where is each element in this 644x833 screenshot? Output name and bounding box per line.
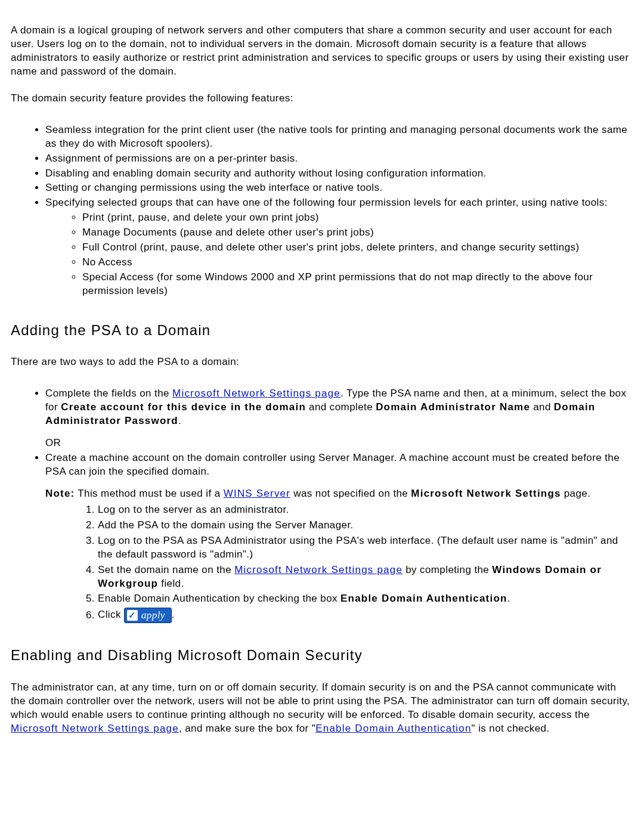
text: Complete the fields on the <box>45 388 172 399</box>
link-enable-domain-auth[interactable]: Enable Domain Authentication <box>315 723 471 734</box>
text: and <box>530 401 554 413</box>
intro-paragraph-1: A domain is a logical grouping of networ… <box>11 24 633 79</box>
heading-enabling-disabling: Enabling and Disabling Microsoft Domain … <box>11 646 633 665</box>
text: Click <box>98 609 124 621</box>
list-item: Full Control (print, pause, and delete o… <box>82 241 633 255</box>
list-item: Specifying selected groups that can have… <box>45 196 633 298</box>
list-item: Set the domain name on the Microsoft Net… <box>98 563 633 591</box>
bold-text: Domain Administrator Name <box>376 401 530 413</box>
list-item-text: Specifying selected groups that can have… <box>45 197 608 208</box>
list-item: Assignment of permissions are on a per-p… <box>45 152 633 166</box>
text: . <box>507 593 510 604</box>
text: Set the domain name on the <box>98 564 234 575</box>
permission-levels-list: Print (print, pause, and delete your own… <box>45 211 633 298</box>
note-label: Note: <box>45 488 75 499</box>
list-item: Log on to the server as an administrator… <box>98 503 633 517</box>
list-item: Complete the fields on the Microsoft Net… <box>45 387 633 450</box>
apply-button-label: apply <box>141 609 165 623</box>
text: by completing the <box>402 564 492 575</box>
text: Enable Domain Authentication by checking… <box>98 593 340 604</box>
bold-text: Microsoft Network Settings <box>411 488 561 499</box>
list-item: Click ✓apply. <box>98 608 633 623</box>
list-item: Enable Domain Authentication by checking… <box>98 592 633 606</box>
adding-options-list: Complete the fields on the Microsoft Net… <box>11 387 633 623</box>
text: and complete <box>306 401 376 413</box>
text: . <box>178 415 181 426</box>
text: . <box>172 609 175 621</box>
check-icon: ✓ <box>127 610 138 621</box>
list-item: Disabling and enabling domain security a… <box>45 167 633 181</box>
document-page: A domain is a logical grouping of networ… <box>0 0 644 785</box>
enabling-paragraph: The administrator can, at any time, turn… <box>11 681 633 736</box>
features-list: Seamless integration for the print clien… <box>11 123 633 298</box>
text: page. <box>561 488 591 499</box>
or-separator: OR <box>45 436 633 450</box>
list-item: No Access <box>82 256 633 270</box>
text: " is not checked. <box>472 723 550 734</box>
list-item: Setting or changing permissions using th… <box>45 181 633 195</box>
link-ms-network-settings[interactable]: Microsoft Network Settings page <box>172 388 340 399</box>
text: This method must be used if a <box>75 488 223 499</box>
text: , and make sure the box for " <box>179 723 315 734</box>
heading-adding-psa: Adding the PSA to a Domain <box>11 321 633 340</box>
adding-intro: There are two ways to add the PSA to a d… <box>11 355 633 369</box>
text: was not specified on the <box>290 488 411 499</box>
list-item: Special Access (for some Windows 2000 an… <box>82 271 633 298</box>
bold-text: Create account for this device in the do… <box>61 401 306 413</box>
list-item: Log on to the PSA as PSA Administrator u… <box>98 534 633 562</box>
link-wins-server[interactable]: WINS Server <box>224 488 290 499</box>
list-item: Print (print, pause, and delete your own… <box>82 211 633 225</box>
intro-paragraph-2: The domain security feature provides the… <box>11 92 633 106</box>
bold-text: Enable Domain Authentication <box>340 593 507 604</box>
list-item: Create a machine account on the domain c… <box>45 451 633 623</box>
list-item: Add the PSA to the domain using the Serv… <box>98 519 633 532</box>
link-ms-network-settings[interactable]: Microsoft Network Settings page <box>11 723 179 734</box>
list-item: Seamless integration for the print clien… <box>45 123 633 151</box>
link-ms-network-settings[interactable]: Microsoft Network Settings page <box>234 564 402 575</box>
list-item: Manage Documents (pause and delete other… <box>82 226 633 240</box>
text: Create a machine account on the domain c… <box>45 452 620 477</box>
text: field. <box>158 578 184 589</box>
apply-button[interactable]: ✓apply <box>124 608 172 623</box>
steps-list: Log on to the server as an administrator… <box>45 503 633 624</box>
text: The administrator can, at any time, turn… <box>11 682 630 720</box>
note-block: Note: This method must be used if a WINS… <box>45 487 633 501</box>
